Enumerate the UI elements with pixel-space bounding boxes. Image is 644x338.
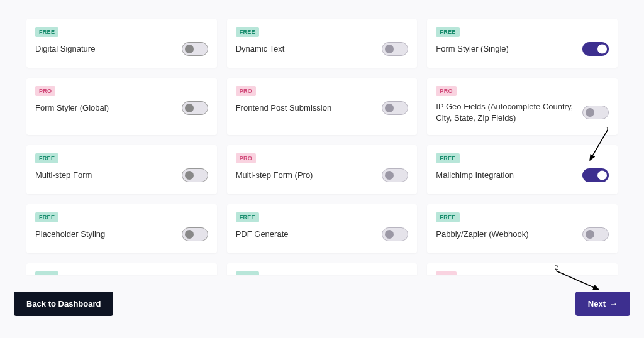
- widget-card-partial: PRO: [427, 263, 618, 275]
- widget-title: Placeholder Styling: [35, 229, 111, 240]
- widget-card-row: PDF Generate: [236, 227, 409, 241]
- free-badge: FREE: [436, 212, 459, 222]
- back-to-dashboard-button[interactable]: Back to Dashboard: [14, 292, 113, 316]
- widget-card: FREEMulti-step Form: [26, 145, 217, 194]
- free-badge: FREE: [236, 27, 259, 37]
- widget-title: Multi-step Form (Pro): [236, 170, 319, 181]
- arrow-right-icon: →: [609, 299, 618, 308]
- widget-toggle[interactable]: [382, 101, 408, 115]
- toggle-knob: [185, 104, 194, 112]
- widget-card-row: Multi-step Form (Pro): [236, 168, 409, 182]
- toggle-knob: [185, 45, 194, 53]
- free-badge: FREE: [35, 153, 58, 163]
- widget-title: Digital Signature: [35, 43, 101, 55]
- toggle-knob: [385, 230, 394, 239]
- toggle-knob: [185, 171, 194, 180]
- widget-toggle[interactable]: [382, 42, 408, 56]
- widget-card-row: Frontend Post Submission: [236, 101, 409, 115]
- widget-toggle[interactable]: [582, 106, 609, 119]
- widget-card: FREEForm Styler (Single): [427, 19, 618, 68]
- next-button-label: Next: [588, 299, 606, 308]
- widget-card-partial: FREE: [26, 263, 217, 275]
- toggle-knob: [597, 171, 607, 180]
- free-badge: FREE: [35, 271, 58, 275]
- widget-card-row: Placeholder Styling: [35, 227, 208, 241]
- widget-card: FREEPlaceholder Styling: [26, 204, 217, 253]
- widget-card-row: Form Styler (Global): [35, 101, 208, 115]
- pro-badge: PRO: [436, 86, 456, 96]
- widget-card: FREEPDF Generate: [227, 204, 418, 253]
- widget-toggle[interactable]: [582, 227, 609, 241]
- pro-badge: PRO: [236, 153, 256, 163]
- toggle-knob: [586, 108, 594, 117]
- free-badge: FREE: [236, 212, 259, 222]
- widget-toggle[interactable]: [182, 227, 208, 241]
- widget-toggle[interactable]: [382, 168, 408, 182]
- pro-badge: PRO: [35, 86, 55, 96]
- widget-card: PROForm Styler (Global): [26, 78, 217, 135]
- widget-card-row: Mailchimp Integration: [436, 168, 609, 182]
- free-badge: FREE: [236, 271, 259, 275]
- pro-badge: PRO: [436, 271, 456, 275]
- widget-toggle[interactable]: [182, 42, 208, 56]
- widget-card: FREEMailchimp Integration: [427, 145, 618, 194]
- footer-bar: Back to Dashboard Next →: [14, 292, 630, 316]
- widget-title: Form Styler (Single): [436, 43, 515, 55]
- widget-card: FREEDynamic Text: [227, 19, 418, 68]
- free-badge: FREE: [436, 27, 459, 37]
- widget-card: PROIP Geo Fields (Autocomplete Country, …: [427, 78, 618, 135]
- next-button[interactable]: Next →: [575, 292, 630, 316]
- widget-title: IP Geo Fields (Autocomplete Country, Cit…: [436, 101, 582, 124]
- widget-settings-panel: FREEDigital SignatureFREEDynamic TextFRE…: [0, 0, 644, 276]
- widget-card-row: Dynamic Text: [236, 42, 409, 56]
- widget-title: Pabbly/Zapier (Webhook): [436, 229, 535, 240]
- widget-title: Form Styler (Global): [35, 102, 115, 114]
- toggle-knob: [385, 45, 394, 53]
- toggle-knob: [385, 171, 394, 180]
- widget-toggle[interactable]: [182, 101, 208, 115]
- free-badge: FREE: [35, 212, 58, 222]
- widget-toggle[interactable]: [582, 168, 609, 182]
- toggle-knob: [385, 104, 394, 112]
- toggle-knob: [185, 230, 194, 239]
- widget-card-row: IP Geo Fields (Autocomplete Country, Cit…: [436, 101, 609, 124]
- widget-card-row: Digital Signature: [35, 42, 208, 56]
- widget-card: FREEDigital Signature: [26, 19, 217, 68]
- free-badge: FREE: [35, 27, 58, 37]
- widget-title: PDF Generate: [236, 229, 295, 240]
- toggle-knob: [597, 45, 607, 54]
- widget-card-row: Multi-step Form: [35, 168, 208, 182]
- widget-grid: FREEDigital SignatureFREEDynamic TextFRE…: [26, 19, 618, 253]
- widget-toggle[interactable]: [382, 227, 408, 241]
- widget-grid-partial-row: FREEFREEPRO: [26, 263, 618, 275]
- widget-card-row: Pabbly/Zapier (Webhook): [436, 227, 609, 241]
- widget-card: FREEPabbly/Zapier (Webhook): [427, 204, 618, 253]
- widget-toggle[interactable]: [182, 168, 208, 182]
- widget-card: PROMulti-step Form (Pro): [227, 145, 418, 194]
- widget-toggle[interactable]: [582, 42, 609, 56]
- widget-title: Frontend Post Submission: [236, 102, 338, 114]
- pro-badge: PRO: [236, 86, 256, 96]
- free-badge: FREE: [436, 153, 459, 163]
- widget-card-row: Form Styler (Single): [436, 42, 609, 56]
- widget-card-partial: FREE: [227, 263, 418, 275]
- widget-card: PROFrontend Post Submission: [227, 78, 418, 135]
- widget-title: Multi-step Form: [35, 170, 98, 181]
- widget-title: Mailchimp Integration: [436, 170, 520, 181]
- toggle-knob: [586, 230, 594, 239]
- widget-title: Dynamic Text: [236, 43, 291, 55]
